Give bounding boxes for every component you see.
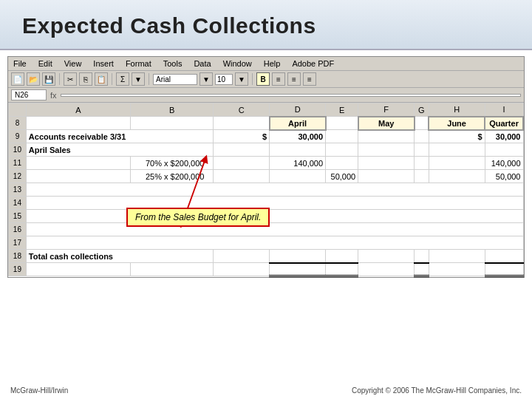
slide-container: Expected Cash Collections File Edit View… — [0, 0, 532, 399]
table-row: 11 70% x $200,000 140,000 140,000 — [9, 157, 524, 170]
menu-insert[interactable]: Insert — [91, 58, 116, 69]
cell-18-label: Total cash collections — [26, 250, 213, 263]
cell-11h — [429, 157, 485, 170]
cell-9-dollar1: $ — [214, 130, 270, 143]
tb-paste[interactable]: 📋 — [95, 72, 108, 86]
cell-10i — [485, 143, 523, 157]
row-num-10: 10 — [9, 143, 27, 157]
annotation-box: From the Sales Budget for April. — [126, 208, 270, 227]
col-header-h[interactable]: H — [429, 103, 485, 117]
grid-area: A B C D E F G H I 8 — [8, 103, 524, 277]
tb-open[interactable]: 📂 — [27, 72, 40, 86]
cell-11e — [326, 157, 358, 170]
footer: McGraw-Hill/Irwin Copyright © 2006 The M… — [0, 386, 532, 395]
col-header-d[interactable]: D — [270, 103, 326, 117]
row-num-9: 9 — [9, 130, 27, 143]
align-left[interactable]: ≡ — [272, 72, 285, 86]
col-header-c[interactable]: C — [214, 103, 270, 117]
cell-10d — [270, 143, 326, 157]
menu-bar: File Edit View Insert Format Tools Data … — [8, 57, 524, 71]
menu-window[interactable]: Window — [221, 58, 254, 69]
bold-button[interactable]: B — [256, 72, 270, 86]
col-header-row: A B C D E F G H I — [9, 103, 524, 117]
cell-11f — [358, 157, 415, 170]
size-dropdown[interactable]: ▼ — [235, 72, 248, 86]
cell-11g — [415, 157, 429, 170]
row-num-18: 18 — [9, 250, 27, 263]
tb-save[interactable]: 💾 — [42, 72, 55, 86]
col-header-num — [9, 103, 27, 117]
cell-12a — [26, 170, 130, 183]
tb-cut[interactable]: ✂ — [64, 72, 77, 86]
cell-19-june — [415, 263, 429, 276]
cell-8c — [214, 117, 270, 130]
cell-9g — [415, 130, 429, 143]
cell-11-sublabel: 70% x $200,000 — [130, 157, 213, 170]
cell-13 — [26, 183, 523, 197]
menu-view[interactable]: View — [62, 58, 84, 69]
row-num-16: 16 — [9, 223, 27, 236]
align-right[interactable]: ≡ — [303, 72, 316, 86]
tb-sep1 — [59, 73, 60, 85]
cell-8e — [326, 117, 358, 130]
row-num-12: 12 — [9, 170, 27, 183]
cell-12d — [270, 170, 326, 183]
row-num-14: 14 — [9, 197, 27, 210]
col-header-a[interactable]: A — [26, 103, 130, 117]
cell-reference[interactable]: N26 — [11, 89, 47, 100]
formula-input[interactable] — [61, 94, 521, 97]
font-selector[interactable]: Arial — [153, 74, 197, 85]
font-dropdown[interactable]: ▼ — [200, 72, 213, 86]
cell-9f — [358, 130, 415, 143]
cell-10g — [415, 143, 429, 157]
cell-19c — [214, 263, 270, 276]
col-header-f[interactable]: F — [358, 103, 415, 117]
tb-sigma[interactable]: Σ — [116, 72, 129, 86]
tb-sep2 — [112, 73, 112, 85]
cell-10-label: April Sales — [26, 143, 213, 157]
menu-adobe[interactable]: Adobe PDF — [290, 58, 336, 69]
menu-help[interactable]: Help — [262, 58, 283, 69]
col-header-i[interactable]: I — [485, 103, 523, 117]
cell-18-may — [326, 250, 358, 263]
cell-9-ar-label: Accounts receivable 3/31 — [26, 130, 213, 143]
cell-12g — [415, 170, 429, 183]
tb-new[interactable]: 📄 — [11, 72, 24, 86]
menu-file[interactable]: File — [11, 58, 29, 69]
table-row: 12 25% x $200,000 50,000 50,000 — [9, 170, 524, 183]
cell-april-header: April — [270, 117, 326, 130]
col-header-g[interactable]: G — [415, 103, 429, 117]
cell-12-may: 50,000 — [326, 170, 358, 183]
menu-format[interactable]: Format — [123, 58, 154, 69]
align-center[interactable]: ≡ — [287, 72, 301, 86]
tb-copy[interactable]: ⎘ — [79, 72, 92, 86]
menu-tools[interactable]: Tools — [161, 58, 185, 69]
spreadsheet-table: A B C D E F G H I 8 — [8, 103, 524, 277]
cell-19b — [130, 263, 213, 276]
cell-quarter-header: Quarter — [485, 117, 523, 130]
spreadsheet-wrapper: File Edit View Insert Format Tools Data … — [7, 56, 525, 278]
table-row: 19 — [9, 263, 524, 276]
col-header-b[interactable]: B — [130, 103, 213, 117]
cell-10c — [214, 143, 270, 157]
menu-data[interactable]: Data — [191, 58, 213, 69]
fx-label: fx — [50, 91, 57, 100]
cell-17 — [26, 236, 523, 250]
cell-18c — [214, 250, 270, 263]
cell-19a — [26, 263, 130, 276]
font-size[interactable]: 10 — [215, 74, 233, 85]
cell-10f — [358, 143, 415, 157]
cell-14 — [26, 197, 523, 210]
cell-19-quarter — [485, 263, 523, 276]
menu-edit[interactable]: Edit — [36, 58, 55, 69]
row-num-19: 19 — [9, 263, 27, 276]
cell-11c — [214, 157, 270, 170]
table-row: 18 Total cash collections — [9, 250, 524, 263]
row-num-17: 17 — [9, 236, 27, 250]
cell-15 — [26, 210, 523, 223]
col-header-e[interactable]: E — [326, 103, 358, 117]
tb-sep3 — [149, 73, 149, 85]
cell-9e — [326, 130, 358, 143]
tb-arrow[interactable]: ▼ — [132, 72, 145, 86]
cell-12-sublabel: 25% x $200,000 — [130, 170, 213, 183]
